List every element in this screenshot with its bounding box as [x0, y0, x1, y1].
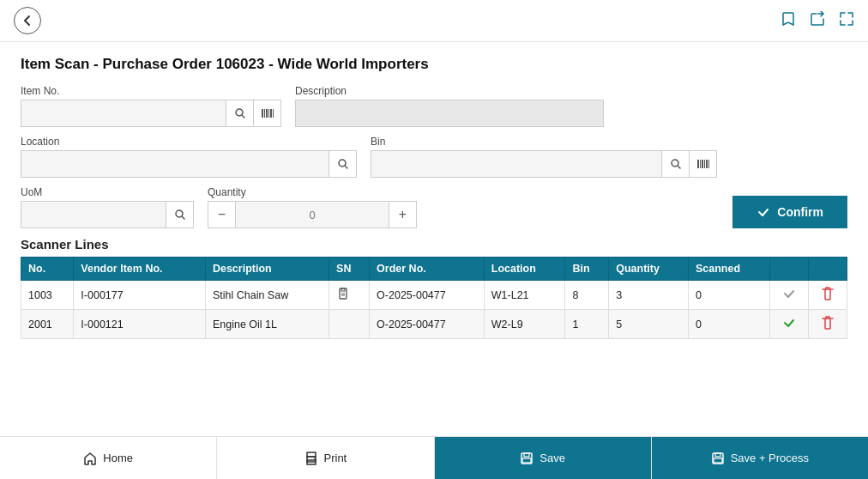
form-row-uom: UoM Quantity − + [21, 186, 847, 228]
sn-cell [329, 281, 370, 310]
home-label: Home [103, 452, 133, 464]
scanned-cell: 0 [688, 281, 769, 310]
svg-rect-24 [522, 458, 531, 463]
svg-rect-27 [714, 458, 722, 463]
col-scanned: Scanned [688, 258, 769, 281]
bin-cell: 8 [565, 281, 609, 310]
svg-rect-11 [702, 160, 703, 168]
svg-rect-5 [270, 109, 272, 118]
delete-action-cell[interactable] [808, 310, 847, 339]
top-bar [0, 0, 868, 42]
bin-input[interactable] [371, 150, 662, 178]
scanner-lines-table: No. Vendor Item No. Description SN Order… [21, 257, 847, 339]
uom-input[interactable] [21, 201, 166, 228]
location-cell: W1-L21 [484, 281, 565, 310]
location-group: Location [21, 136, 357, 178]
table-row: 2001 I-000121 Engine Oil 1L O-2025-00477… [21, 310, 847, 339]
description-cell: Stihl Chain Saw [205, 281, 329, 310]
quantity-cell: 5 [609, 310, 689, 339]
save-process-label: Save + Process [731, 452, 809, 464]
svg-rect-14 [708, 160, 709, 168]
table-header-row: No. Vendor Item No. Description SN Order… [21, 258, 847, 281]
svg-rect-10 [700, 160, 701, 168]
svg-rect-12 [704, 160, 705, 168]
svg-rect-3 [266, 109, 268, 118]
description-cell: Engine Oil 1L [205, 310, 329, 339]
bookmark-icon[interactable] [781, 11, 796, 31]
check-action-cell[interactable] [769, 310, 808, 339]
svg-point-7 [339, 160, 346, 167]
save-button[interactable]: Save [435, 437, 652, 479]
item-no-group: Item No. [21, 85, 281, 127]
col-vendor-item-no: Vendor Item No. [74, 258, 206, 281]
bin-search-btn[interactable] [662, 150, 690, 178]
uom-field-group [21, 201, 194, 228]
item-no-input[interactable] [21, 100, 226, 127]
uom-label: UoM [21, 186, 194, 198]
svg-rect-13 [706, 160, 708, 168]
sn-cell [329, 310, 370, 339]
col-no: No. [21, 258, 74, 281]
location-search-btn[interactable] [329, 150, 357, 178]
location-input[interactable] [21, 150, 329, 178]
svg-rect-1 [262, 109, 263, 118]
svg-rect-6 [273, 109, 274, 118]
description-input [295, 100, 604, 127]
location-field-group [21, 150, 357, 178]
confirm-label: Confirm [777, 205, 823, 219]
item-no-scan-btn[interactable] [254, 100, 281, 127]
share-icon[interactable] [810, 11, 825, 31]
col-description: Description [205, 258, 329, 281]
col-order-no: Order No. [370, 258, 485, 281]
check-action-cell[interactable] [769, 281, 808, 310]
quantity-group: Quantity − + [208, 186, 417, 228]
svg-point-0 [236, 109, 243, 116]
svg-rect-9 [697, 160, 699, 168]
vendor-item-no-cell: I-000177 [74, 281, 206, 310]
col-delete [808, 258, 847, 281]
col-location: Location [484, 258, 565, 281]
print-button[interactable]: Print [217, 437, 434, 479]
bin-field-group [371, 150, 717, 178]
quantity-decrease-btn[interactable]: − [208, 201, 235, 228]
confirm-button[interactable]: Confirm [732, 196, 847, 228]
svg-rect-23 [524, 453, 529, 457]
col-bin: Bin [565, 258, 609, 281]
home-button[interactable]: Home [0, 437, 217, 479]
top-icons [781, 11, 854, 31]
table-row: 1003 I-000177 Stihl Chain Saw O-2025-004… [21, 281, 847, 310]
bin-cell: 1 [565, 310, 609, 339]
quantity-input[interactable] [235, 201, 389, 228]
col-check [769, 258, 808, 281]
save-label: Save [539, 452, 565, 464]
main-content: Item Scan - Purchase Order 106023 - Wide… [0, 42, 868, 339]
back-button[interactable] [14, 7, 41, 34]
svg-point-21 [313, 458, 315, 459]
svg-rect-4 [268, 109, 269, 118]
item-no-field-group [21, 100, 281, 127]
no-cell: 2001 [21, 310, 74, 339]
save-process-button[interactable]: Save + Process [652, 437, 868, 479]
scanned-cell: 0 [688, 310, 769, 339]
form-row-item: Item No. [21, 85, 847, 127]
order-no-cell: O-2025-00477 [370, 281, 485, 310]
quantity-cell: 3 [609, 281, 689, 310]
quantity-label: Quantity [208, 186, 417, 198]
vendor-item-no-cell: I-000121 [74, 310, 206, 339]
col-quantity: Quantity [609, 258, 689, 281]
description-label: Description [295, 85, 604, 97]
uom-group: UoM [21, 186, 194, 228]
uom-search-btn[interactable] [166, 201, 194, 228]
svg-point-15 [176, 210, 183, 217]
bin-label: Bin [371, 136, 717, 148]
bin-scan-btn[interactable] [690, 150, 717, 178]
item-no-search-btn[interactable] [226, 100, 254, 127]
bottom-bar: Home Print Save Save + Process [0, 436, 868, 479]
print-label: Print [324, 452, 347, 464]
delete-action-cell[interactable] [808, 281, 847, 310]
order-no-cell: O-2025-00477 [370, 310, 485, 339]
quantity-increase-btn[interactable]: + [389, 201, 417, 228]
expand-icon[interactable] [839, 11, 854, 31]
page-title: Item Scan - Purchase Order 106023 - Wide… [21, 56, 847, 73]
item-no-label: Item No. [21, 85, 281, 97]
